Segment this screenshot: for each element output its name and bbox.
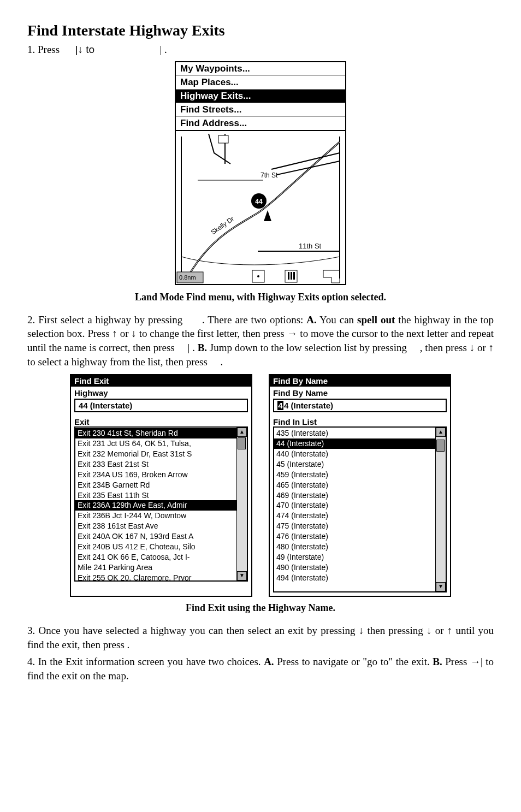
- list-item[interactable]: Exit 255 OK 20, Claremore, Pryor: [75, 573, 247, 582]
- find-exit-window: Find Exit Highway 44 (Interstate) Exit E…: [70, 374, 252, 597]
- list-item[interactable]: Mile 241 Parking Area: [75, 562, 247, 573]
- highway-label: Highway: [71, 387, 251, 398]
- p4a: 4. In the Exit information screen you ha…: [27, 656, 264, 667]
- list-item[interactable]: 465 (Interstate): [274, 480, 446, 490]
- list-item[interactable]: 44 (Interstate): [274, 438, 446, 449]
- map-label-skelly: Skelly Dr: [210, 215, 235, 236]
- scroll-up-icon[interactable]: ▲: [237, 428, 247, 437]
- p4-bold-a: A.: [264, 656, 274, 667]
- list-item[interactable]: 490 (Interstate): [274, 562, 446, 573]
- find-exit-title: Find Exit: [71, 375, 251, 387]
- p2h: .: [221, 356, 223, 368]
- scrollbar[interactable]: ▲ ▼: [236, 428, 247, 580]
- list-item[interactable]: 435 (Interstate): [274, 428, 446, 438]
- svg-point-4: [257, 275, 259, 277]
- p2-bold-a: A.: [306, 314, 316, 325]
- map-label-7th: 7th St: [260, 171, 278, 179]
- scroll-thumb[interactable]: [238, 437, 246, 449]
- list-item[interactable]: Exit 236B Jct I-244 W, Downtow: [75, 511, 247, 521]
- list-item[interactable]: 459 (Interstate): [274, 470, 446, 480]
- exit-label: Exit: [71, 416, 251, 426]
- caption-1: Land Mode Find menu, with Highway Exits …: [27, 292, 494, 303]
- scroll-down-icon[interactable]: ▼: [237, 571, 247, 580]
- svg-rect-6: [288, 272, 289, 280]
- list-item[interactable]: 475 (Interstate): [274, 521, 446, 531]
- menu-my-waypoints[interactable]: My Waypoints...: [176, 62, 345, 76]
- list-item[interactable]: Exit 238 161st East Ave: [75, 521, 247, 531]
- map-view: 11th St 7th St Skelly Dr 44 0.8nm: [176, 131, 345, 284]
- name-listbox[interactable]: 435 (Interstate)44 (Interstate)440 (Inte…: [273, 426, 447, 592]
- p2e: | .: [188, 342, 198, 353]
- list-item[interactable]: Exit 240B US 412 E, Choteau, Silo: [75, 542, 247, 552]
- scroll-thumb[interactable]: [436, 440, 445, 452]
- p4-bold-b: B.: [433, 656, 442, 667]
- p2-bold-b: B.: [198, 342, 207, 353]
- svg-rect-8: [293, 272, 295, 280]
- list-item[interactable]: 469 (Interstate): [274, 490, 446, 501]
- p2b: . There are two options:: [202, 314, 306, 325]
- menu-map-places[interactable]: Map Places...: [176, 76, 345, 90]
- map-label-11th: 11th St: [299, 242, 322, 250]
- exit-listbox[interactable]: Exit 230 41st St, Sheridan RdExit 231 Jc…: [74, 426, 248, 582]
- caption-2: Find Exit using the Highway Name.: [27, 602, 494, 614]
- name-cursor-char: 4: [277, 401, 283, 410]
- name-rest: 4 (Interstate): [284, 401, 333, 410]
- find-name-label: Find By Name: [270, 387, 450, 398]
- list-item[interactable]: Exit 233 East 21st St: [75, 459, 247, 470]
- svg-marker-1: [264, 210, 271, 221]
- list-item[interactable]: Exit 241 OK 66 E, Catoosa, Jct I-: [75, 552, 247, 562]
- menu-find-streets[interactable]: Find Streets...: [176, 103, 345, 117]
- list-item[interactable]: 480 (Interstate): [274, 542, 446, 552]
- p2c: You can: [317, 314, 357, 325]
- list-item[interactable]: 474 (Interstate): [274, 511, 446, 521]
- svg-rect-7: [291, 272, 292, 280]
- list-item[interactable]: Exit 235 East 11th St: [75, 490, 247, 501]
- step-4: 4. In the Exit information screen you ha…: [27, 655, 494, 683]
- list-item[interactable]: Exit 240A OK 167 N, 193rd East A: [75, 531, 247, 542]
- list-item[interactable]: 440 (Interstate): [274, 449, 446, 459]
- list-item[interactable]: Exit 234A US 169, Broken Arrow: [75, 470, 247, 480]
- find-in-list-label: Find In List: [270, 416, 450, 426]
- find-name-field[interactable]: 44 (Interstate): [273, 399, 447, 412]
- list-item[interactable]: Exit 234B Garnett Rd: [75, 480, 247, 490]
- step1-text-c: | .: [159, 44, 167, 55]
- menu-find-address[interactable]: Find Address...: [176, 117, 345, 130]
- scroll-down-icon[interactable]: ▼: [436, 582, 446, 591]
- route-shield: 44: [255, 198, 263, 205]
- step-3: 3. Once you have selected a highway you …: [27, 624, 494, 651]
- find-by-name-window: Find By Name Find By Name 44 (Interstate…: [269, 374, 451, 597]
- p2f: Jump down to the low selection list by p…: [207, 342, 410, 353]
- menu-highway-exits[interactable]: Highway Exits...: [176, 90, 345, 103]
- find-by-name-title: Find By Name: [270, 375, 450, 387]
- highway-field[interactable]: 44 (Interstate): [74, 399, 248, 412]
- p2a: 2. First select a highway by pressing: [27, 314, 186, 325]
- scroll-up-icon[interactable]: ▲: [436, 428, 446, 437]
- step1-text-a: 1. Press: [27, 44, 62, 55]
- list-item[interactable]: Exit 232 Memorial Dr, East 31st S: [75, 449, 247, 459]
- list-item[interactable]: Exit 231 Jct US 64, OK 51, Tulsa,: [75, 438, 247, 449]
- list-item[interactable]: 45 (Interstate): [274, 459, 446, 470]
- p2-bold-spell: spell out: [357, 314, 395, 325]
- screenshot-find-menu: My Waypoints... Map Places... Highway Ex…: [175, 61, 346, 285]
- map-scale: 0.8nm: [179, 274, 196, 281]
- page-title: Find Interstate Highway Exits: [27, 22, 494, 39]
- list-item[interactable]: Exit 230 41st St, Sheridan Rd: [75, 428, 247, 438]
- list-item[interactable]: 49 (Interstate): [274, 552, 446, 562]
- list-item[interactable]: 494 (Interstate): [274, 573, 446, 583]
- list-item[interactable]: 470 (Interstate): [274, 500, 446, 511]
- step-2: 2. First select a highway by pressing . …: [27, 313, 494, 369]
- svg-rect-9: [218, 135, 228, 143]
- step1-text-b: |↓ to: [75, 44, 98, 55]
- list-item[interactable]: 476 (Interstate): [274, 531, 446, 542]
- scrollbar[interactable]: ▲ ▼: [435, 428, 446, 591]
- find-menu: My Waypoints... Map Places... Highway Ex…: [176, 62, 345, 131]
- list-item[interactable]: Exit 236A 129th Ave East, Admir: [75, 500, 247, 511]
- p4b: Press to navigate or "go to" the exit.: [274, 656, 433, 667]
- step-1: 1. Press |↓ to | .: [27, 43, 494, 57]
